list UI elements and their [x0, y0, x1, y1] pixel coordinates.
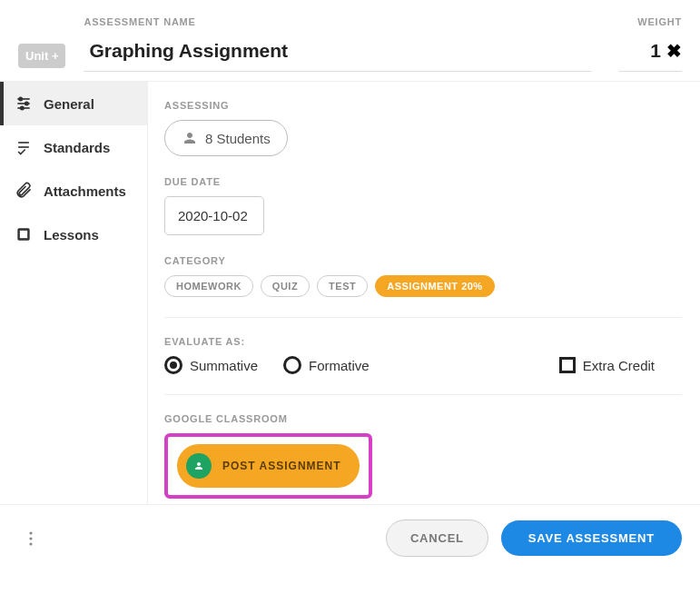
svg-point-12	[29, 542, 32, 545]
person-icon	[182, 130, 198, 146]
checkbox-icon	[559, 357, 576, 373]
post-assignment-label: POST ASSIGNMENT	[222, 460, 341, 472]
checkbox-extra-credit[interactable]: Extra Credit	[559, 357, 655, 373]
sidebar-item-general[interactable]: General	[0, 82, 147, 125]
sidebar-item-attachments[interactable]: Attachments	[0, 169, 147, 213]
weight-field: WEIGHT ✖	[609, 16, 682, 72]
sidebar-item-label: General	[44, 96, 94, 112]
svg-rect-9	[20, 231, 27, 238]
assessing-label: ASSESSING	[164, 100, 682, 111]
dots-vertical-icon	[29, 531, 33, 546]
divider	[164, 317, 682, 318]
category-chip-quiz[interactable]: QUIZ	[261, 275, 310, 297]
checklist-icon	[15, 138, 33, 156]
assessing-section: ASSESSING 8 Students	[164, 100, 682, 156]
google-classroom-label: GOOGLE CLASSROOM	[164, 413, 682, 424]
paperclip-icon	[15, 182, 33, 200]
radio-label: Formative	[309, 358, 370, 373]
save-assessment-button[interactable]: SAVE ASSESSMENT	[501, 520, 682, 556]
book-icon	[15, 225, 33, 243]
footer: CANCEL SAVE ASSESSMENT	[0, 504, 700, 571]
assessing-students-button[interactable]: 8 Students	[164, 120, 288, 156]
sidebar-item-label: Lessons	[44, 227, 99, 243]
evaluate-section: EVALUATE AS: Summative Formative Extra C…	[164, 336, 682, 374]
category-chip-assignment[interactable]: ASSIGNMENT 20%	[375, 275, 494, 297]
assessment-header: Unit + ASSESSMENT NAME WEIGHT ✖	[0, 0, 700, 81]
divider	[164, 394, 682, 395]
due-date-section: DUE DATE	[164, 176, 682, 235]
google-classroom-icon	[186, 453, 212, 479]
sidebar-item-label: Standards	[44, 140, 110, 155]
sidebar-item-lessons[interactable]: Lessons	[0, 213, 147, 256]
sidebar-item-label: Attachments	[44, 183, 126, 199]
checkbox-label: Extra Credit	[583, 358, 655, 373]
category-section: CATEGORY HOMEWORK QUIZ TEST ASSIGNMENT 2…	[164, 255, 682, 297]
svg-point-5	[21, 106, 24, 109]
assessment-name-input[interactable]	[84, 35, 591, 72]
more-options-button[interactable]	[18, 526, 44, 551]
assessment-name-label: ASSESSMENT NAME	[84, 16, 591, 27]
google-classroom-section: GOOGLE CLASSROOM POST ASSIGNMENT	[164, 413, 682, 499]
weight-clear-icon[interactable]: ✖	[666, 40, 682, 62]
radio-icon	[164, 356, 182, 374]
radio-summative[interactable]: Summative	[164, 356, 258, 374]
due-date-label: DUE DATE	[164, 176, 682, 187]
sliders-icon	[15, 94, 33, 113]
svg-point-10	[29, 531, 32, 534]
assessing-value: 8 Students	[205, 131, 271, 146]
content-panel: ASSESSING 8 Students DUE DATE CATEGORY H…	[148, 82, 700, 504]
post-assignment-button[interactable]: POST ASSIGNMENT	[177, 444, 360, 488]
svg-point-3	[19, 97, 22, 100]
category-label: CATEGORY	[164, 255, 682, 266]
category-chip-homework[interactable]: HOMEWORK	[164, 275, 253, 297]
category-chip-test[interactable]: TEST	[317, 275, 368, 297]
unit-add-button[interactable]: Unit +	[18, 44, 65, 68]
cancel-button[interactable]: CANCEL	[386, 520, 488, 557]
post-assignment-highlight: POST ASSIGNMENT	[164, 433, 372, 499]
svg-point-11	[29, 537, 32, 540]
weight-input[interactable]	[625, 40, 661, 62]
sidebar-item-standards[interactable]: Standards	[0, 125, 147, 169]
sidebar: General Standards Attachments Lessons	[0, 82, 148, 504]
radio-icon	[283, 356, 301, 374]
evaluate-label: EVALUATE AS:	[164, 336, 682, 347]
weight-label: WEIGHT	[637, 16, 682, 27]
due-date-input[interactable]	[164, 196, 264, 235]
assessment-name-field: ASSESSMENT NAME	[84, 16, 591, 72]
radio-formative[interactable]: Formative	[283, 356, 370, 374]
svg-point-4	[25, 102, 28, 104]
radio-label: Summative	[190, 358, 258, 373]
main-body: General Standards Attachments Lessons AS…	[0, 81, 700, 504]
